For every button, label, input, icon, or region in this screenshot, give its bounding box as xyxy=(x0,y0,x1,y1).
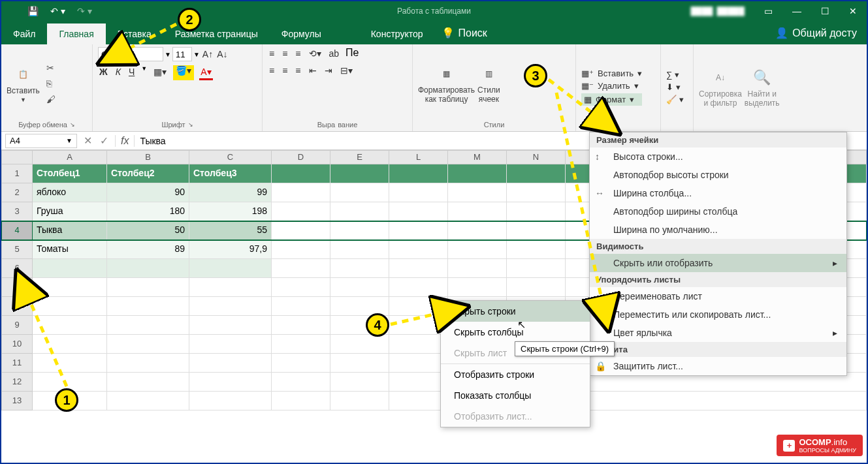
font-size-input[interactable] xyxy=(172,47,192,61)
cell[interactable] xyxy=(507,240,566,259)
tab-constructor[interactable]: Конструктор xyxy=(359,23,435,44)
column-header[interactable]: E xyxy=(330,150,389,164)
cell[interactable]: 55 xyxy=(189,221,272,240)
fx-icon[interactable]: fx xyxy=(115,135,135,147)
cell[interactable]: 97,9 xyxy=(189,240,272,259)
cell[interactable] xyxy=(389,202,448,221)
cell[interactable] xyxy=(33,259,107,278)
menu-item-tab-color[interactable]: Цвет ярлычка▸ xyxy=(590,324,846,342)
align-center-icon[interactable]: ≡ xyxy=(281,64,289,77)
cell[interactable] xyxy=(189,278,272,297)
ribbon-options-icon[interactable]: ▭ xyxy=(764,6,773,16)
cell[interactable] xyxy=(272,392,330,410)
menu-item-show-rows[interactable]: Отобразить строки xyxy=(441,364,590,385)
column-header[interactable]: M xyxy=(448,150,507,164)
cell[interactable] xyxy=(272,316,330,335)
align-middle-icon[interactable]: ≡ xyxy=(281,47,289,60)
cell[interactable] xyxy=(33,278,107,297)
cell[interactable]: 90 xyxy=(107,183,189,202)
row-header[interactable]: 10 xyxy=(1,335,33,354)
cell[interactable] xyxy=(272,259,330,278)
increase-font-icon[interactable]: A↑ xyxy=(201,48,214,61)
cell[interactable] xyxy=(389,278,448,297)
decrease-font-icon[interactable]: A↓ xyxy=(216,48,229,61)
row-header[interactable]: 6 xyxy=(1,259,33,278)
cell[interactable] xyxy=(107,354,189,373)
column-header[interactable]: D xyxy=(272,150,330,164)
cell[interactable] xyxy=(107,278,189,297)
tab-file[interactable]: Файл xyxy=(1,23,47,44)
autosum-icon[interactable]: ∑ ▾ xyxy=(666,70,684,80)
menu-item-col-width[interactable]: ↔Ширина столбца... xyxy=(590,184,846,202)
cell[interactable] xyxy=(448,164,507,183)
cell[interactable] xyxy=(330,278,389,297)
cancel-formula-icon[interactable]: ✕ xyxy=(84,134,92,147)
row-header[interactable]: 4 xyxy=(1,221,33,240)
cell[interactable]: 99 xyxy=(189,183,272,202)
cell-styles-button[interactable]: ▥ Стили ячеек xyxy=(477,63,500,104)
cell[interactable] xyxy=(272,335,330,354)
cell[interactable] xyxy=(507,221,566,240)
cell[interactable] xyxy=(330,183,389,202)
format-painter-icon[interactable]: 🖌 xyxy=(46,94,56,104)
cell[interactable] xyxy=(389,164,448,183)
tell-me-search[interactable]: 💡 Поиск xyxy=(442,27,487,44)
cell[interactable] xyxy=(272,183,330,202)
cell[interactable] xyxy=(507,278,566,297)
redo-icon[interactable]: ↷ ▾ xyxy=(77,6,92,16)
cell[interactable] xyxy=(507,259,566,278)
cell[interactable] xyxy=(448,259,507,278)
column-header[interactable]: N xyxy=(507,150,566,164)
cell[interactable]: 198 xyxy=(189,202,272,221)
confirm-formula-icon[interactable]: ✓ xyxy=(100,134,108,147)
cell[interactable] xyxy=(507,164,566,183)
copy-icon[interactable]: ⎘ xyxy=(46,78,56,89)
fill-color-icon[interactable]: 🪣▾ xyxy=(173,65,194,80)
menu-item-default-width[interactable]: Ширина по умолчанию... xyxy=(590,221,846,239)
row-header[interactable]: 11 xyxy=(1,354,33,373)
paste-button[interactable]: 📋 Вставить ▼ xyxy=(7,64,40,103)
cell[interactable] xyxy=(33,335,107,354)
cell[interactable] xyxy=(33,297,107,316)
font-color-icon[interactable]: A▾ xyxy=(199,65,212,80)
cell[interactable]: Столбец3 xyxy=(189,164,272,183)
increase-indent-icon[interactable]: ⇥ xyxy=(323,64,334,77)
cell[interactable] xyxy=(330,240,389,259)
cell[interactable]: 50 xyxy=(107,221,189,240)
clear-icon[interactable]: 🧹 ▾ xyxy=(666,95,684,104)
cell[interactable] xyxy=(330,259,389,278)
cell[interactable]: Столбец1 xyxy=(33,164,107,183)
menu-item-row-height[interactable]: ↕Высота строки... xyxy=(590,147,846,166)
cell[interactable] xyxy=(107,373,189,392)
name-box[interactable]: A4▼ xyxy=(5,134,77,148)
row-header[interactable]: 12 xyxy=(1,373,33,392)
borders-icon[interactable]: ▦▾ xyxy=(152,65,168,80)
cell[interactable] xyxy=(389,297,448,316)
maximize-icon[interactable]: ☐ xyxy=(821,6,829,16)
row-header[interactable]: 2 xyxy=(1,183,33,202)
cell[interactable] xyxy=(448,221,507,240)
italic-button[interactable]: К xyxy=(114,65,122,80)
cell[interactable] xyxy=(330,335,389,354)
cell[interactable] xyxy=(330,164,389,183)
cell[interactable] xyxy=(448,183,507,202)
cell[interactable] xyxy=(107,297,189,316)
cell[interactable] xyxy=(389,316,448,335)
cell[interactable] xyxy=(33,354,107,373)
cell[interactable] xyxy=(189,354,272,373)
orientation-icon[interactable]: ⟲▾ xyxy=(308,47,323,60)
cell[interactable] xyxy=(107,335,189,354)
row-header[interactable]: 9 xyxy=(1,316,33,335)
cell[interactable] xyxy=(107,259,189,278)
cell[interactable] xyxy=(330,373,389,392)
column-header[interactable]: L xyxy=(389,150,448,164)
align-top-icon[interactable]: ≡ xyxy=(268,47,276,60)
cell[interactable] xyxy=(189,297,272,316)
row-header[interactable]: 8 xyxy=(1,297,33,316)
menu-item-hide-cols[interactable]: Скрыть столбцы xyxy=(441,322,590,343)
align-right-icon[interactable]: ≡ xyxy=(294,64,302,77)
cell[interactable]: яблоко xyxy=(33,183,107,202)
undo-icon[interactable]: ↶ ▾ xyxy=(50,6,65,16)
cell[interactable] xyxy=(189,392,272,410)
cell[interactable] xyxy=(389,259,448,278)
